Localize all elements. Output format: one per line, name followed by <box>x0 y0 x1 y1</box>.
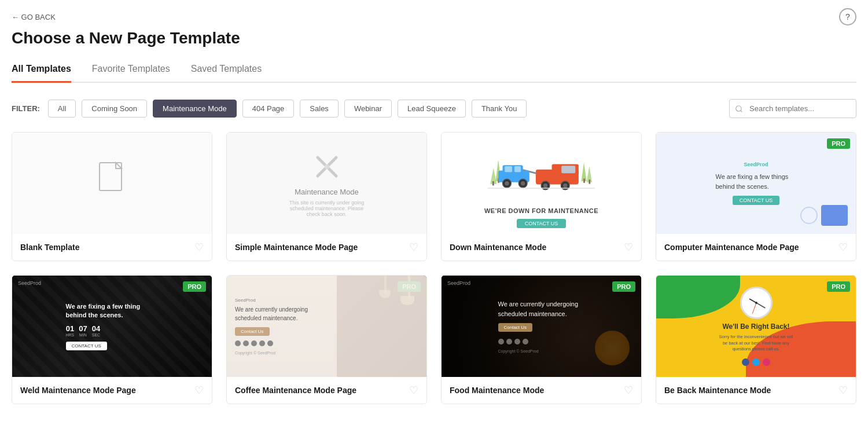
card-title-beback-maintenance: Be Back Maintenance Mode <box>664 386 771 395</box>
filter-all[interactable]: All <box>48 100 76 118</box>
svg-rect-1 <box>100 163 122 190</box>
coffee-maintenance-cta: Contact Us <box>235 327 270 336</box>
card-title-food-maintenance: Food Maintenance Mode <box>450 386 544 395</box>
food-seedprod-logo: SeedProd <box>447 280 470 286</box>
template-card-computer-maintenance[interactable]: PRO SeedProd We are fixing a few things … <box>656 132 856 261</box>
favorite-down-maintenance-button[interactable]: ♡ <box>624 241 633 254</box>
food-maintenance-text: We are currently undergoing scheduled ma… <box>498 299 585 318</box>
card-thumbnail-weld-maintenance: PRO SeedProd We are fixing a few thing b… <box>12 276 212 377</box>
food-social-icons <box>498 339 585 345</box>
weld-maintenance-cta: CONTACT US <box>66 342 107 350</box>
filter-webinar[interactable]: Webinar <box>344 100 392 118</box>
card-footer-blank: Blank Template ♡ <box>12 234 212 261</box>
card-title-coffee-maintenance: Coffee Maintenance Mode Page <box>235 386 356 395</box>
search-icon <box>735 105 743 113</box>
computer-decoration-rect <box>821 205 848 226</box>
filter-404[interactable]: 404 Page <box>242 100 295 118</box>
svg-rect-14 <box>505 166 513 172</box>
beback-title: We'll Be Right Back! <box>723 323 790 331</box>
favorite-weld-maintenance-button[interactable]: ♡ <box>194 384 204 397</box>
tow-truck-illustration <box>461 138 621 203</box>
template-card-simple-maintenance[interactable]: Maintenance Mode This site is currently … <box>226 132 427 261</box>
food-copyright: Copyright © SeedProd <box>498 349 585 353</box>
food-social-1 <box>498 339 504 345</box>
filter-sales[interactable]: Sales <box>300 100 339 118</box>
filter-lead-squeeze[interactable]: Lead Squeeze <box>398 100 466 118</box>
template-card-beback-maintenance[interactable]: PRO <box>656 275 856 404</box>
beback-social-row <box>742 358 770 366</box>
svg-rect-5 <box>584 178 586 182</box>
beback-twitter-icon <box>752 358 760 366</box>
pro-badge-weld: PRO <box>183 281 206 292</box>
card-thumbnail-blank <box>12 133 212 234</box>
svg-point-19 <box>563 184 567 188</box>
weld-timer-04: 04 <box>92 324 100 333</box>
card-thumbnail-computer-maintenance: PRO SeedProd We are fixing a few things … <box>656 133 856 234</box>
filter-coming-soon[interactable]: Coming Soon <box>82 100 147 118</box>
pro-badge-computer: PRO <box>827 138 850 149</box>
svg-rect-15 <box>514 166 521 172</box>
coffee-social-3 <box>251 340 257 346</box>
food-social-4 <box>523 339 528 345</box>
favorite-blank-button[interactable]: ♡ <box>194 241 204 254</box>
card-thumbnail-coffee-maintenance: PRO SeedProd We are currently undergoing… <box>227 276 426 377</box>
favorite-simple-maintenance-button[interactable]: ♡ <box>409 241 418 254</box>
weld-timer: 01 HRS 07 MIN 04 SEC <box>66 324 159 337</box>
svg-point-17 <box>543 184 547 188</box>
tab-all-templates[interactable]: All Templates <box>12 58 71 83</box>
favorite-coffee-maintenance-button[interactable]: ♡ <box>409 384 418 397</box>
tab-favorite-templates[interactable]: Favorite Templates <box>92 58 170 83</box>
favorite-computer-maintenance-button[interactable]: ♡ <box>838 241 848 254</box>
wrench-cross-icon <box>310 149 344 184</box>
coffee-social-icons <box>235 340 418 346</box>
favorite-beback-maintenance-button[interactable]: ♡ <box>838 384 848 397</box>
tab-saved-templates[interactable]: Saved Templates <box>191 58 262 83</box>
svg-point-0 <box>736 105 741 111</box>
coffee-logo: SeedProd <box>235 298 418 303</box>
card-footer-food-maintenance: Food Maintenance Mode ♡ <box>442 377 641 404</box>
coffee-content-overlay: SeedProd We are currently undergoing sch… <box>227 276 426 377</box>
card-title-blank: Blank Template <box>20 243 79 252</box>
help-button[interactable]: ? <box>839 8 856 25</box>
card-footer-beback-maintenance: Be Back Maintenance Mode ♡ <box>656 377 856 404</box>
card-footer-computer-maintenance: Computer Maintenance Mode Page ♡ <box>656 234 856 261</box>
top-bar: ← GO BACK ? <box>12 0 856 28</box>
page-title: Choose a New Page Template <box>12 29 856 47</box>
template-card-food-maintenance[interactable]: PRO SeedProd We are currently undergoing… <box>441 275 642 404</box>
svg-point-23 <box>521 181 525 185</box>
svg-rect-9 <box>562 166 576 173</box>
weld-timer-07: 07 <box>79 324 87 333</box>
beback-facebook-icon <box>742 358 749 366</box>
food-maintenance-cta: Contact Us <box>498 323 533 332</box>
card-thumbnail-food-maintenance: PRO SeedProd We are currently undergoing… <box>442 276 641 377</box>
filter-row: FILTER: All Coming Soon Maintenance Mode… <box>12 99 856 118</box>
filter-label: FILTER: <box>12 104 40 113</box>
beback-subtitle: Sorry for the inconvenience but we will … <box>719 334 794 353</box>
card-title-weld-maintenance: Weld Maintenance Mode Page <box>20 386 136 395</box>
coffee-maintenance-text: We are currently undergoing scheduled ma… <box>235 305 310 323</box>
down-maintenance-headline: WE'RE DOWN FOR MAINTENANCE <box>484 207 598 214</box>
weld-timer-07-label: MIN <box>79 333 87 337</box>
card-title-computer-maintenance: Computer Maintenance Mode Page <box>664 243 799 252</box>
blank-page-icon <box>97 162 127 206</box>
search-input[interactable] <box>729 99 856 118</box>
computer-maintenance-cta: CONTACT US <box>733 196 780 205</box>
go-back-button[interactable]: ← GO BACK <box>12 13 56 21</box>
coffee-social-1 <box>235 340 241 346</box>
weld-timer-04-label: SEC <box>92 333 100 337</box>
svg-point-21 <box>505 181 509 185</box>
template-card-weld-maintenance[interactable]: PRO SeedProd We are fixing a few thing b… <box>12 275 212 404</box>
beback-instagram-icon <box>763 358 770 366</box>
filter-thank-you[interactable]: Thank You <box>472 100 527 118</box>
filter-maintenance[interactable]: Maintenance Mode <box>153 100 237 118</box>
clock-second-hand <box>752 303 756 314</box>
card-footer-simple-maintenance: Simple Maintenance Mode Page ♡ <box>227 234 426 261</box>
template-card-coffee-maintenance[interactable]: PRO SeedProd We are currently undergoing… <box>226 275 427 404</box>
favorite-food-maintenance-button[interactable]: ♡ <box>624 384 633 397</box>
card-footer-weld-maintenance: Weld Maintenance Mode Page ♡ <box>12 377 212 404</box>
svg-rect-6 <box>589 179 591 184</box>
card-title-down-maintenance: Down Maintenance Mode <box>450 243 546 252</box>
template-card-blank[interactable]: Blank Template ♡ <box>12 132 212 261</box>
template-card-down-maintenance[interactable]: WE'RE DOWN FOR MAINTENANCE CONTACT US Do… <box>441 132 642 261</box>
clock-minute-hand <box>756 302 766 309</box>
